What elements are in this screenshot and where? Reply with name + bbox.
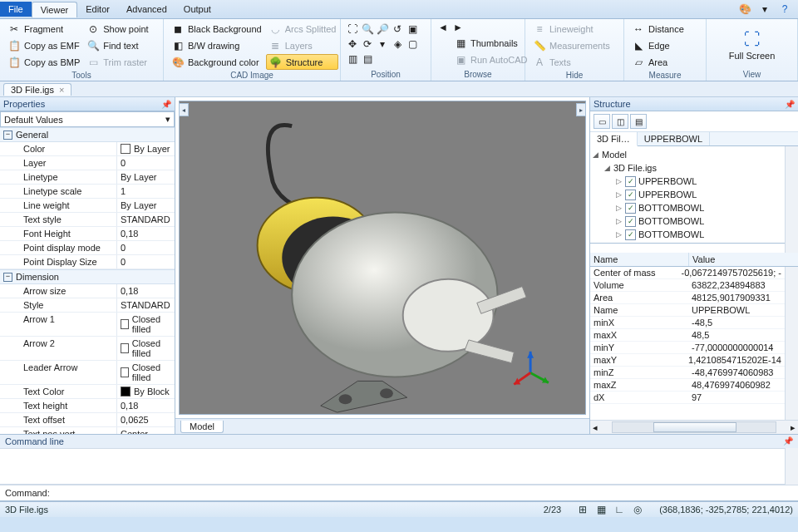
nv-hscrollbar[interactable]: ◂▸	[590, 420, 798, 434]
front-icon[interactable]: ▥	[346, 52, 359, 66]
show-point-button[interactable]: ⊙Show point	[84, 21, 150, 37]
layout-1-button[interactable]: ▭	[594, 114, 610, 129]
pin-icon[interactable]: 📌	[785, 100, 795, 109]
tree-item[interactable]: ▷✓BOTTOMBOWL	[592, 228, 783, 241]
menu-advanced[interactable]: Advanced	[118, 2, 175, 17]
property-row[interactable]: Text offset0,0625	[0, 413, 175, 427]
prev-icon[interactable]: ◄	[436, 21, 450, 34]
file-tab[interactable]: 3D File.igs ×	[3, 83, 71, 96]
menu-editor[interactable]: Editor	[77, 2, 118, 17]
snap-icon[interactable]: ⊞	[576, 503, 589, 516]
iso-icon[interactable]: ◈	[391, 37, 404, 51]
layout-2-button[interactable]: ◫	[612, 114, 628, 129]
style-icon[interactable]: 🎨	[738, 2, 751, 16]
bw-button[interactable]: ◧B/W drawing	[169, 37, 264, 53]
property-row[interactable]: Arrow 2 Closed filled	[0, 337, 175, 361]
tree-item[interactable]: ▷✓BOTTOMBOWL	[592, 201, 783, 214]
property-row[interactable]: Point Display Size0	[0, 255, 175, 269]
tree-item[interactable]: ▷✓UPPERBOWL	[592, 175, 783, 188]
scrollbar-thumb[interactable]	[653, 422, 736, 432]
edge-button[interactable]: ◣Edge	[629, 37, 701, 53]
orbit-icon[interactable]: ⟳	[361, 37, 374, 51]
nv-row[interactable]: maxY1,4210854715202E-14	[590, 354, 785, 367]
nv-grid[interactable]: Center of mass-0,0672149757025619; -Volu…	[590, 267, 785, 420]
copy-emf-button[interactable]: 📋Copy as EMF	[5, 37, 82, 53]
nv-row[interactable]: Center of mass-0,0672149757025619; -	[590, 267, 785, 279]
nv-scrollbar[interactable]	[785, 267, 798, 420]
measurements-button[interactable]: 📏Measurements	[530, 37, 618, 53]
menu-viewer[interactable]: Viewer	[32, 2, 77, 17]
property-row[interactable]: Line weightBy Layer	[0, 199, 175, 213]
property-row[interactable]: Text pos vertCenter	[0, 427, 175, 434]
close-tab-icon[interactable]: ×	[59, 85, 64, 95]
texts-button[interactable]: ATexts	[530, 54, 618, 70]
fullscreen-button[interactable]: ⛶ Full Screen	[723, 30, 781, 61]
pan-icon[interactable]: ✥	[346, 37, 359, 51]
bg-color-button[interactable]: 🎨Background color	[169, 54, 264, 70]
thumbnails-button[interactable]: ▦Thumbnails	[451, 35, 530, 51]
nv-row[interactable]: minY-77,0000000000014	[590, 342, 785, 354]
nv-row[interactable]: maxX48,5	[590, 329, 785, 342]
pin-icon[interactable]: 📌	[161, 100, 171, 109]
help-icon[interactable]: ?	[778, 2, 791, 16]
zoom-in-icon[interactable]: 🔍	[361, 22, 374, 36]
tree-item[interactable]: ▷✓UPPERBOWL	[592, 188, 783, 201]
property-row[interactable]: Arrow size0,18	[0, 284, 175, 298]
ortho-icon[interactable]: ∟	[613, 503, 626, 516]
property-row[interactable]: Leader Arrow Closed filled	[0, 361, 175, 385]
menu-output[interactable]: Output	[175, 2, 219, 17]
tree-scrollbar[interactable]	[785, 146, 798, 253]
copy-bmp-button[interactable]: 📋Copy as BMP	[5, 54, 82, 70]
subtab-upperbowl[interactable]: UPPERBOWL	[638, 132, 710, 145]
nv-row[interactable]: Volume63822,234894883	[590, 279, 785, 292]
menu-file[interactable]: File	[0, 2, 32, 17]
layers-button[interactable]: ≣Layers	[266, 37, 339, 53]
arcs-button[interactable]: ◡Arcs Splitted	[266, 21, 339, 37]
side-icon[interactable]: ▤	[361, 52, 374, 66]
lineweight-button[interactable]: ≡Lineweight	[530, 21, 618, 37]
distance-button[interactable]: ↔Distance	[629, 21, 701, 37]
property-row[interactable]: Arrow 1 Closed filled	[0, 313, 175, 337]
autocad-button[interactable]: ▣Run AutoCAD	[451, 52, 530, 67]
property-row[interactable]: Text styleSTANDARD	[0, 213, 175, 227]
property-row[interactable]: Text Color By Block	[0, 385, 175, 399]
nv-row[interactable]: maxZ48,4769974060982	[590, 379, 785, 392]
trim-raster-button[interactable]: ▭Trim raster	[84, 54, 150, 70]
tree-item[interactable]: ◢3D File.igs	[592, 161, 783, 175]
section-header[interactable]: −General	[0, 127, 175, 142]
structure-button[interactable]: 🌳Structure	[266, 54, 339, 70]
structure-tree[interactable]: ◢Model◢3D File.igs▷✓UPPERBOWL▷✓UPPERBOWL…	[590, 146, 785, 244]
property-row[interactable]: Linetype scale1	[0, 185, 175, 199]
viewport[interactable]: ◂ ▸	[179, 101, 586, 415]
section-header[interactable]: −Dimension	[0, 269, 175, 284]
tree-item[interactable]: ◢Model	[592, 148, 783, 161]
next-icon[interactable]: ►	[451, 21, 465, 34]
black-bg-button[interactable]: ◼Black Background	[169, 21, 264, 37]
minimize-ribbon-icon[interactable]: ▾	[758, 2, 771, 16]
nv-row[interactable]: dX97	[590, 392, 785, 404]
view-dd-icon[interactable]: ▾	[376, 37, 389, 51]
zoom-out-icon[interactable]: 🔎	[376, 22, 389, 36]
nv-row[interactable]: minX-48,5	[590, 317, 785, 329]
commandline-input[interactable]	[55, 487, 793, 499]
properties-dropdown[interactable]: Default Values ▾	[0, 111, 175, 127]
find-text-button[interactable]: 🔍Find text	[84, 37, 150, 53]
fragment-button[interactable]: ✂Fragment	[5, 21, 82, 37]
tree-item[interactable]: ▷✓BOTTOMBOWL	[592, 214, 783, 228]
property-row[interactable]: StyleSTANDARD	[0, 298, 175, 313]
model-tab[interactable]: Model	[180, 421, 224, 433]
top-icon[interactable]: ▢	[406, 37, 419, 51]
subtab-file[interactable]: 3D Fil…	[590, 132, 638, 146]
layout-3-button[interactable]: ▤	[630, 114, 647, 129]
tree-item[interactable]: ▷✓BOTTOMBOWL	[592, 241, 783, 244]
nv-row[interactable]: Area48125,9017909331	[590, 292, 785, 304]
fit-icon[interactable]: ▣	[406, 22, 419, 36]
property-row[interactable]: Point display mode0	[0, 241, 175, 255]
property-row[interactable]: LinetypeBy Layer	[0, 170, 175, 185]
pin-icon[interactable]: 📌	[783, 436, 793, 446]
zoom-window-icon[interactable]: ⛶	[346, 22, 359, 36]
nv-row[interactable]: minZ-48,4769974060983	[590, 367, 785, 379]
property-row[interactable]: Font Height0,18	[0, 227, 175, 241]
property-row[interactable]: Color By Layer	[0, 142, 175, 156]
nv-row[interactable]: NameUPPERBOWL	[590, 304, 785, 317]
